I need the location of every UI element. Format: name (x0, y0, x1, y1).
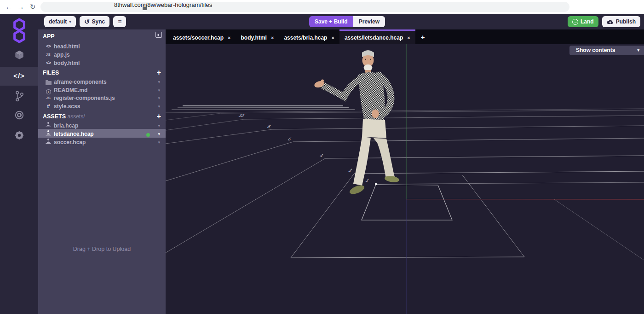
logo-8-icon (11, 18, 28, 43)
workspace-label: default (49, 18, 67, 25)
asset-row-letsdance[interactable]: letsdance.hcap ▾ (38, 130, 166, 138)
url-text[interactable]: 8thwall.com/8w/webar-hologram/files (114, 2, 212, 8)
hologram-person-icon (45, 130, 52, 138)
hologram-person-icon (45, 138, 52, 146)
left-rail: </> (0, 14, 38, 314)
save-build-button[interactable]: Save + Build (309, 16, 353, 27)
tab-soccer-hcap[interactable]: assets/soccer.hcap × (168, 29, 236, 44)
8thwall-app: </> (0, 14, 644, 314)
browser-chrome: ← → ↻ 8thwall.com/8w/webar-hologram/file… (0, 0, 644, 14)
chevron-down-icon[interactable]: ▾ (158, 130, 160, 138)
git-branch-icon (14, 91, 24, 102)
chevron-down-icon[interactable]: ▾ (158, 138, 160, 146)
asset-row-soccer[interactable]: soccer.hcap ▾ (38, 138, 166, 146)
8thwall-logo[interactable] (0, 18, 38, 45)
file-row-body-html[interactable]: <> body.html (38, 59, 166, 67)
world-axes (406, 44, 644, 314)
file-row-aframe-components[interactable]: aframe-components ▾ (38, 78, 166, 86)
browser-back-icon[interactable]: ← (4, 2, 14, 12)
chevron-down-icon[interactable]: ▾ (158, 86, 160, 94)
show-contents-dropdown[interactable]: Show contents ▾ (569, 46, 644, 55)
sync-icon: ↺ (84, 18, 90, 25)
file-row-register-components[interactable]: JS register-components.js ▾ (38, 94, 166, 102)
hologram-person[interactable] (314, 50, 400, 196)
assets-path-label: assets/ (68, 113, 85, 120)
info-icon: i (45, 86, 52, 94)
cloud-upload-icon (607, 19, 614, 24)
file-row-app-js[interactable]: JS app.js (38, 51, 166, 59)
chevron-down-icon: ▾ (69, 19, 71, 24)
code-icon: </> (13, 72, 25, 80)
hamburger-icon: ≡ (118, 18, 121, 25)
publish-label: Publish (616, 18, 636, 25)
add-file-button[interactable]: + (157, 70, 161, 76)
menu-button[interactable]: ≡ (113, 16, 126, 27)
land-button[interactable]: → Land (568, 16, 598, 27)
file-panel: APP <> head.html JS app.js <> body.html … (38, 29, 166, 314)
scene-canvas[interactable] (166, 44, 644, 314)
rail-item-settings[interactable] (0, 130, 38, 143)
chevron-down-icon: ▾ (637, 46, 639, 55)
collapse-panel-button[interactable] (155, 32, 162, 38)
status-dot (146, 133, 150, 137)
dropzone-hint: Drag + Drop to Upload (38, 246, 166, 252)
publish-button[interactable]: Publish (602, 16, 640, 27)
close-icon[interactable]: × (407, 35, 410, 41)
build-controls: Save + Build Preview (309, 16, 385, 27)
gear-icon (14, 130, 25, 141)
close-icon[interactable]: × (271, 35, 274, 41)
target-icon (14, 110, 25, 121)
rail-item-target[interactable] (0, 110, 38, 122)
chevron-down-icon[interactable]: ▾ (158, 78, 160, 86)
js-file-icon: JS (45, 51, 52, 59)
3d-viewport[interactable]: 10 8 6 4 2 1 Show contents ▾ (166, 44, 644, 314)
cube-icon (14, 49, 25, 60)
hash-file-icon: # (45, 102, 52, 110)
ground-grid (166, 106, 644, 260)
close-icon[interactable]: × (331, 35, 334, 41)
js-file-icon: JS (45, 94, 52, 102)
app-toolbar: default ▾ ↺ Sync ≡ Save + Build Preview … (38, 14, 644, 29)
folder-icon (45, 78, 52, 86)
new-tab-button[interactable]: + (415, 29, 431, 44)
tab-body-html[interactable]: body.html × (236, 29, 279, 44)
preview-button[interactable]: Preview (353, 16, 385, 27)
chevron-down-icon[interactable]: ▾ (158, 94, 160, 102)
chevron-down-icon[interactable]: ▾ (158, 102, 160, 110)
tab-letsdance-hcap[interactable]: assets/letsdance.hcap × (339, 29, 415, 44)
sync-label: Sync (92, 18, 105, 25)
html-file-icon: <> (45, 59, 52, 67)
section-assets-header: ASSETS assets/ (43, 113, 85, 120)
rail-item-versions[interactable] (0, 91, 38, 104)
add-asset-button[interactable]: + (157, 113, 161, 120)
browser-forward-icon[interactable]: → (16, 2, 26, 12)
section-files-header: FILES (43, 70, 59, 76)
browser-reload-icon[interactable]: ↻ (28, 2, 38, 12)
file-row-readme[interactable]: i README.md ▾ (38, 86, 166, 94)
rail-item-code[interactable]: </> (0, 72, 38, 80)
sync-button[interactable]: ↺ Sync (80, 16, 109, 27)
tab-bar: assets/soccer.hcap × body.html × assets/… (166, 29, 644, 44)
workspace-dropdown[interactable]: default ▾ (44, 16, 76, 27)
file-row-style-scss[interactable]: # style.scss ▾ (38, 102, 166, 110)
html-file-icon: <> (45, 42, 52, 51)
close-icon[interactable]: × (228, 35, 230, 41)
land-label: Land (581, 18, 594, 25)
tab-bria-hcap[interactable]: assets/bria.hcap × (279, 29, 339, 44)
rail-item-project[interactable] (0, 49, 38, 62)
section-app-header: APP (43, 33, 55, 40)
file-row-head-html[interactable]: <> head.html (38, 42, 166, 51)
land-arrow-icon: → (572, 19, 578, 25)
